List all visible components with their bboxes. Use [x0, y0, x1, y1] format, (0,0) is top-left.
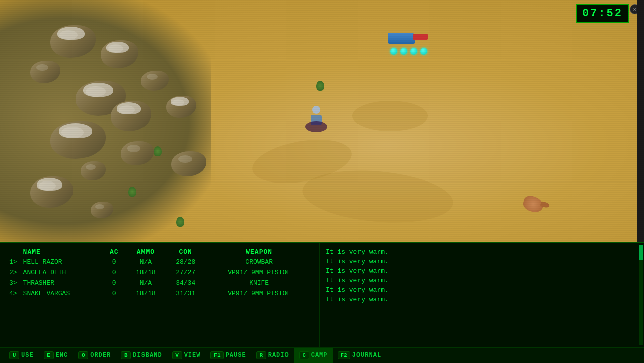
toolbar-item-disband[interactable]: B DISBAND — [116, 348, 167, 363]
toolbar-key: R — [256, 351, 266, 359]
player-character — [307, 106, 329, 117]
bush — [128, 187, 136, 197]
enemy-vehicle — [388, 33, 415, 44]
log-scrollbar-thumb[interactable] — [639, 245, 643, 260]
member-num: 2> — [6, 267, 20, 278]
party-tbody: 1> HELL RAZOR 0 N/A 28/28 CROWBAR 2> ANG… — [6, 257, 313, 299]
member-con: 31/31 — [166, 288, 205, 299]
member-weapon: KNIFE — [205, 278, 313, 288]
member-num: 4> — [6, 288, 20, 299]
close-icon: ✕ — [633, 6, 636, 13]
toolbar-item-order[interactable]: O ORDER — [73, 348, 116, 363]
member-ammo: 18/18 — [126, 267, 166, 278]
hud-main: NAME AC AMMO CON WEAPON 1> HELL RAZOR 0 … — [0, 243, 644, 347]
toolbar-label: CAMP — [311, 352, 328, 359]
toolbar-item-pause[interactable]: F1 PAUSE — [205, 348, 251, 363]
log-line: It is very warm. — [326, 266, 638, 276]
enemy-dot — [400, 48, 407, 55]
toolbar-key: U — [9, 351, 19, 359]
toolbar-key: O — [78, 351, 88, 359]
toolbar-item-enc[interactable]: E ENC — [39, 348, 74, 363]
enemy-group — [388, 33, 415, 44]
player-shadow — [305, 121, 327, 132]
member-name: ANGELA DETH — [20, 267, 103, 278]
member-name: THRASHER — [20, 278, 103, 288]
member-con: 34/34 — [166, 278, 205, 288]
enemy-dot — [410, 48, 417, 55]
col-ammo-header: AMMO — [126, 247, 166, 257]
toolbar-key: C — [299, 351, 309, 359]
member-ac: 0 — [103, 267, 126, 278]
col-num — [6, 247, 20, 257]
toolbar-label: RADIO — [268, 352, 289, 359]
member-con: 28/28 — [166, 257, 205, 267]
log-line: It is very warm. — [326, 257, 638, 266]
toolbar-label: JOURNAL — [352, 352, 381, 359]
log-line: It is very warm. — [326, 295, 638, 305]
col-con-header: CON — [166, 247, 205, 257]
toolbar-item-view[interactable]: V VIEW — [167, 348, 206, 363]
col-weapon-header: WEAPON — [205, 247, 313, 257]
log-panel: It is very warm.It is very warm.It is ve… — [320, 243, 644, 347]
enemy-units — [390, 48, 427, 55]
party-table: NAME AC AMMO CON WEAPON 1> HELL RAZOR 0 … — [6, 247, 313, 299]
toolbar-label: PAUSE — [226, 352, 246, 359]
log-lines-container: It is very warm.It is very warm.It is ve… — [326, 247, 638, 305]
toolbar-key: V — [172, 351, 182, 359]
toolbar: U USE E ENC O ORDER B DISBAND V VIEW F1 … — [0, 347, 644, 363]
toolbar-item-journal[interactable]: F2 JOURNAL — [333, 348, 387, 363]
enemy-dot — [390, 48, 397, 55]
toolbar-label: VIEW — [184, 352, 201, 359]
member-ammo: N/A — [126, 278, 166, 288]
party-row[interactable]: 3> THRASHER 0 N/A 34/34 KNIFE — [6, 278, 313, 288]
member-num: 3> — [6, 278, 20, 288]
member-weapon: CROWBAR — [205, 257, 313, 267]
member-name: HELL RAZOR — [20, 257, 103, 267]
member-name: SNAKE VARGAS — [20, 288, 103, 299]
toolbar-label: USE — [21, 352, 34, 359]
toolbar-item-camp[interactable]: C CAMP — [294, 348, 333, 363]
toolbar-item-radio[interactable]: R RADIO — [251, 348, 294, 363]
bottom-hud: NAME AC AMMO CON WEAPON 1> HELL RAZOR 0 … — [0, 242, 644, 363]
enemy-dot — [420, 48, 427, 55]
member-ac: 0 — [103, 257, 126, 267]
toolbar-key: F1 — [210, 351, 223, 359]
toolbar-label: DISBAND — [133, 352, 162, 359]
member-weapon: VP91Z 9MM PISTOL — [205, 288, 313, 299]
member-con: 27/27 — [166, 267, 205, 278]
bush — [154, 146, 162, 156]
toolbar-label: ENC — [56, 352, 68, 359]
col-name-header: NAME — [20, 247, 103, 257]
toolbar-item-use[interactable]: U USE — [4, 348, 39, 363]
player-head — [312, 106, 320, 114]
side-scrollbar[interactable] — [637, 0, 644, 242]
sand-detail — [352, 101, 428, 131]
party-row[interactable]: 2> ANGELA DETH 0 18/18 27/27 VP91Z 9MM P… — [6, 267, 313, 278]
toolbar-key: B — [121, 351, 131, 359]
member-ac: 0 — [103, 288, 126, 299]
timer-display: 07:52 — [576, 4, 629, 23]
bush — [316, 81, 324, 91]
game-viewport[interactable]: 07:52 ✕ — [0, 0, 644, 242]
party-row[interactable]: 1> HELL RAZOR 0 N/A 28/28 CROWBAR — [6, 257, 313, 267]
log-line: It is very warm. — [326, 285, 638, 295]
member-num: 1> — [6, 257, 20, 267]
log-line: It is very warm. — [326, 247, 638, 257]
toolbar-key: E — [44, 351, 54, 359]
party-row[interactable]: 4> SNAKE VARGAS 0 18/18 31/31 VP91Z 9MM … — [6, 288, 313, 299]
toolbar-label: ORDER — [90, 352, 111, 359]
toolbar-key: F2 — [338, 351, 350, 359]
log-line: It is very warm. — [326, 276, 638, 285]
log-scrollbar[interactable] — [639, 245, 643, 345]
bush — [176, 217, 184, 227]
member-weapon: VP91Z 9MM PISTOL — [205, 267, 313, 278]
member-ammo: N/A — [126, 257, 166, 267]
party-panel: NAME AC AMMO CON WEAPON 1> HELL RAZOR 0 … — [0, 243, 320, 347]
member-ac: 0 — [103, 278, 126, 288]
col-ac-header: AC — [103, 247, 126, 257]
member-ammo: 18/18 — [126, 288, 166, 299]
